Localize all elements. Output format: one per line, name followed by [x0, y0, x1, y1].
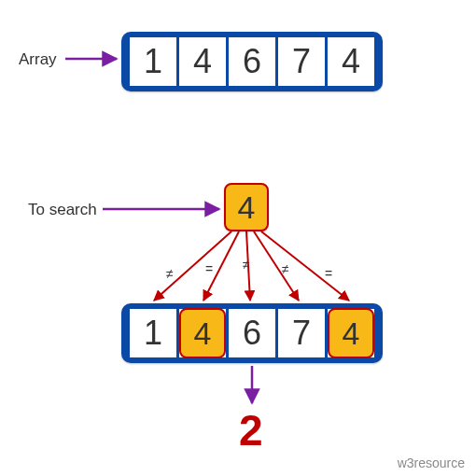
arrow-search-cell	[261, 231, 349, 301]
array-top-cell: 4	[328, 37, 374, 86]
array-bottom: 1 4 6 7 4	[121, 303, 383, 363]
op-neq: ≠	[243, 257, 250, 272]
op-eq: =	[205, 261, 213, 276]
op-neq: ≠	[166, 266, 174, 281]
array-bottom-cell: 4	[328, 309, 374, 357]
label-array: Array	[19, 50, 57, 69]
array-bottom-cell: 7	[278, 309, 325, 357]
op-eq: =	[325, 266, 332, 281]
arrow-search-cell	[254, 231, 299, 301]
op-neq: ≠	[282, 261, 289, 276]
array-bottom-cell: 4	[179, 309, 226, 357]
array-top: 1 4 6 7 4	[121, 32, 383, 91]
label-to-search: To search	[28, 201, 97, 219]
result-value: 2	[239, 405, 263, 455]
array-bottom-cell: 6	[229, 309, 275, 357]
watermark: w3resource	[398, 455, 465, 470]
array-top-cell: 7	[278, 37, 325, 86]
array-top-cell: 1	[130, 37, 176, 86]
search-value-box: 4	[224, 183, 269, 231]
diagram-canvas: Array 1 4 6 7 4 To search 4 ≠ = ≠ ≠ = 1 …	[0, 0, 476, 476]
array-top-cell: 6	[229, 37, 275, 86]
array-top-cell: 4	[179, 37, 226, 86]
array-bottom-cell: 1	[130, 309, 176, 357]
